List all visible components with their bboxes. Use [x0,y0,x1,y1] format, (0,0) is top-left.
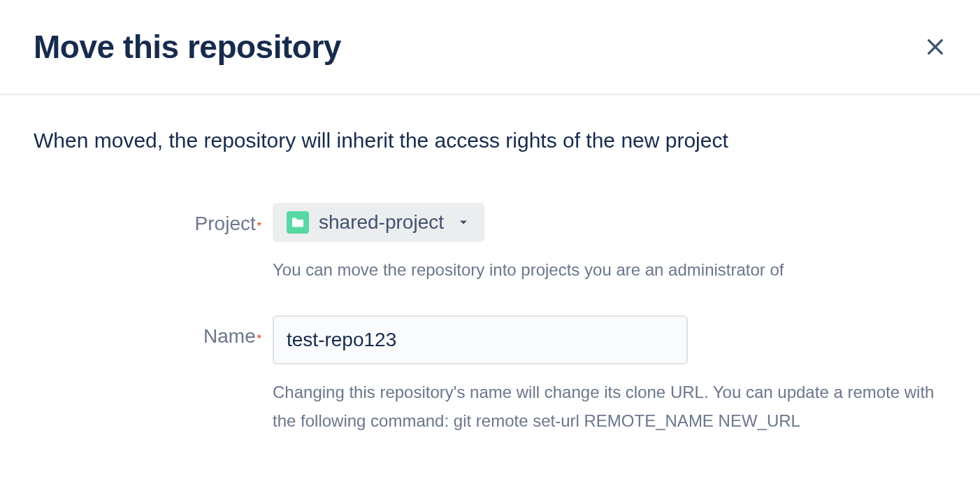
dialog-description: When moved, the repository will inherit … [34,129,946,152]
required-indicator: * [257,333,261,345]
project-control-cell: shared-project You can move the reposito… [273,203,946,285]
chevron-down-icon [456,215,470,229]
name-control-cell: Changing this repository's name will cha… [273,315,946,436]
close-icon[interactable] [924,36,946,58]
dialog-title: Move this repository [34,28,341,66]
project-label: Project [195,213,256,234]
dialog-header: Move this repository [0,0,980,95]
dialog-body: When moved, the repository will inherit … [0,95,980,484]
repository-name-input[interactable] [273,315,688,364]
name-row: Name* Changing this repository's name wi… [34,315,946,436]
move-repository-dialog: Move this repository When moved, the rep… [0,0,980,484]
project-row: Project* shared-project [34,203,946,285]
name-label: Name [203,325,256,347]
project-selector[interactable]: shared-project [273,203,484,242]
name-label-cell: Name* [34,315,273,348]
project-selected-value: shared-project [319,211,444,234]
required-indicator: * [257,220,261,232]
name-help-text: Changing this repository's name will cha… [273,378,944,436]
project-help-text: You can move the repository into project… [273,256,944,285]
folder-icon [287,211,309,234]
project-label-cell: Project* [34,203,273,235]
